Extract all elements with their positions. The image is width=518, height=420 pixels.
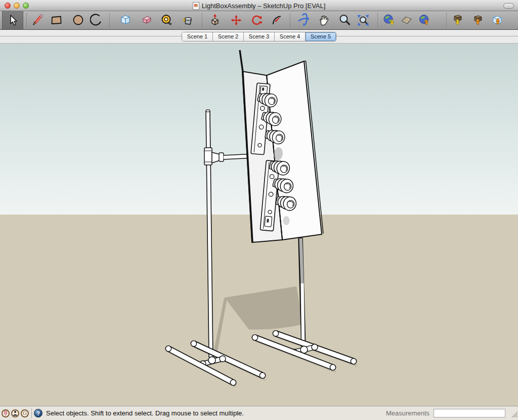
title-bar: LightBoxAssembly – SketchUp Pro [EVAL] — [0, 0, 518, 11]
move-icon — [229, 13, 243, 27]
add-location-button[interactable] — [380, 12, 398, 29]
toolbar-separator — [109, 13, 110, 27]
window-title: LightBoxAssembly – SketchUp Pro [EVAL] — [202, 2, 326, 10]
globe-down-arrow-icon — [382, 13, 396, 27]
push-pull-tool-button[interactable] — [206, 12, 224, 29]
zoom-tool-button[interactable] — [336, 12, 354, 29]
arc-icon — [90, 13, 104, 27]
toolbar — [0, 11, 518, 30]
resize-grip[interactable] — [510, 410, 517, 417]
get-models-button[interactable] — [449, 12, 466, 29]
share-model-button[interactable] — [469, 12, 486, 29]
tape-measure-tool-button[interactable] — [158, 12, 176, 29]
zoom-magnifier-icon — [338, 13, 352, 27]
orbit-icon — [296, 13, 311, 27]
tab-scene-3[interactable]: Scene 3 — [244, 32, 275, 41]
offset-icon — [270, 13, 284, 27]
measurements-label: Measurements — [386, 409, 429, 417]
tab-scene-5[interactable]: Scene 5 — [306, 32, 336, 41]
place-model-button[interactable] — [416, 12, 433, 29]
toolbar-separator — [290, 13, 290, 27]
geolocation-button[interactable] — [2, 409, 10, 417]
select-cursor-icon — [6, 13, 20, 27]
eraser-tool-button[interactable] — [138, 12, 155, 29]
toolbar-separator — [377, 13, 378, 27]
viewport-3d[interactable] — [0, 44, 518, 406]
sketchup-window: LightBoxAssembly – SketchUp Pro [EVAL] — [0, 0, 518, 420]
tab-rule — [335, 36, 518, 36]
circle-icon — [71, 13, 85, 27]
tape-measure-icon — [160, 13, 174, 27]
status-hint: Select objects. Shift to extend select. … — [46, 409, 244, 417]
google-g-icon: G — [23, 411, 27, 416]
measurements-input[interactable] — [434, 409, 505, 417]
paint-bucket-icon — [181, 13, 195, 27]
push-pull-icon — [208, 13, 222, 27]
globe-up-arrow-icon — [417, 13, 431, 27]
balloon-icon — [3, 410, 8, 416]
rectangle-icon — [50, 13, 64, 27]
help-button[interactable]: ? — [34, 409, 42, 417]
make-component-button[interactable] — [117, 12, 134, 29]
zoom-extents-button[interactable] — [355, 12, 372, 29]
terrain-icon — [400, 13, 414, 27]
tab-scene-2[interactable]: Scene 2 — [213, 32, 244, 41]
tab-scene-1[interactable]: Scene 1 — [182, 32, 213, 41]
google-button[interactable]: G — [21, 409, 29, 417]
toggle-terrain-button[interactable] — [398, 12, 415, 29]
pan-hand-icon — [317, 13, 331, 27]
orbit-tool-button[interactable] — [295, 12, 312, 29]
pan-tool-button[interactable] — [315, 12, 332, 29]
tab-rule — [0, 36, 183, 36]
offset-tool-button[interactable] — [269, 12, 286, 29]
rotate-icon — [250, 13, 264, 27]
document-icon — [193, 2, 199, 10]
warehouse-up-arrow-icon — [470, 13, 485, 27]
toolbar-separator — [26, 13, 27, 27]
eraser-icon — [140, 13, 154, 27]
paint-bucket-tool-button[interactable] — [180, 12, 197, 29]
component-box-icon — [118, 13, 133, 27]
toolbar-separator — [446, 13, 447, 27]
line-tool-button[interactable] — [29, 12, 47, 29]
component-up-arrow-icon — [491, 13, 505, 27]
share-component-button[interactable] — [489, 12, 506, 29]
pencil-icon — [31, 13, 45, 27]
toolbar-separator — [202, 13, 202, 27]
rotate-tool-button[interactable] — [248, 12, 266, 29]
scene-tab-strip: Scene 1 Scene 2 Scene 3 Scene 4 Scene 5 — [0, 30, 518, 44]
person-icon — [12, 410, 18, 416]
warehouse-down-arrow-icon — [450, 13, 464, 27]
zoom-extents-icon — [356, 13, 370, 27]
select-tool-button[interactable] — [2, 11, 23, 29]
right-stand-pole[interactable] — [300, 238, 304, 349]
statusbar-separator — [31, 408, 32, 418]
model-canvas — [0, 44, 518, 406]
circle-tool-button[interactable] — [70, 12, 87, 29]
status-bar: G ? Select objects. Shift to extend sele… — [0, 406, 518, 420]
rectangle-tool-button[interactable] — [48, 12, 65, 29]
claim-credit-button[interactable] — [11, 409, 19, 417]
toolbar-toggle-button[interactable] — [503, 3, 514, 9]
tab-scene-4[interactable]: Scene 4 — [275, 32, 306, 41]
arc-tool-button[interactable] — [89, 12, 106, 29]
move-tool-button[interactable] — [228, 12, 245, 29]
